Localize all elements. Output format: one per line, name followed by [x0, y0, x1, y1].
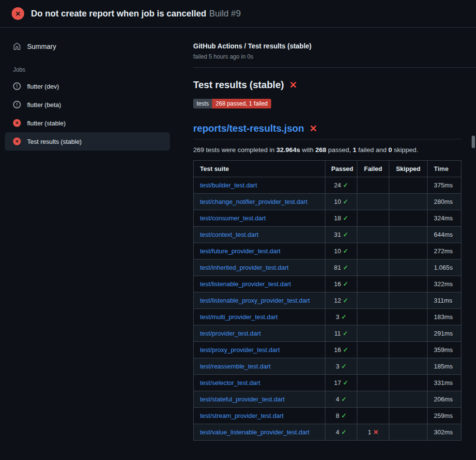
check-icon: ✓: [341, 396, 347, 403]
skipped-cell: [389, 375, 428, 391]
sidebar: Summary Jobs ! flutter (dev) ! flutter (…: [0, 28, 193, 151]
failed-cell: [357, 391, 389, 408]
test-suite-link[interactable]: test/multi_provider_test.dart: [200, 313, 277, 321]
page-header: ✕ Do not create report when job is cance…: [0, 0, 476, 28]
test-suite-cell: test/context_test.dart: [194, 227, 325, 243]
home-icon: [13, 43, 21, 50]
skipped-cell: [389, 260, 428, 276]
table-row: test/proxy_provider_test.dart16✓359ms: [194, 342, 461, 358]
report-title: reports/test-results.json ✕: [193, 123, 461, 139]
scrollbar-thumb[interactable]: [472, 136, 475, 148]
test-suite-link[interactable]: test/future_provider_test.dart: [200, 247, 280, 255]
summary-passed-count: 268: [315, 146, 326, 153]
time-cell: 185ms: [428, 358, 461, 375]
jobs-section-label: Jobs: [13, 66, 170, 73]
test-suite-link[interactable]: test/selector_test.dart: [200, 379, 260, 386]
skipped-cell: [389, 408, 428, 424]
test-suite-link[interactable]: test/stateful_provider_test.dart: [200, 396, 285, 403]
check-icon: ✓: [343, 247, 348, 255]
test-suite-link[interactable]: test/context_test.dart: [200, 231, 259, 238]
section-title: Test results (stable) ✕: [193, 79, 461, 91]
table-row: test/consumer_test.dart18✓324ms: [194, 210, 461, 227]
check-icon: ✓: [343, 280, 348, 288]
passed-cell: 3✓: [325, 309, 357, 325]
summary-text: failed and: [356, 146, 388, 153]
test-suite-link[interactable]: test/value_listenable_provider_test.dart: [200, 429, 309, 436]
skipped-cell: [389, 342, 428, 358]
time-cell: 359ms: [428, 342, 461, 358]
check-icon: ✓: [343, 379, 348, 386]
test-suite-link[interactable]: test/listenable_provider_test.dart: [200, 280, 291, 288]
test-suite-cell: test/stateful_provider_test.dart: [194, 391, 325, 408]
sidebar-item-flutter-beta[interactable]: ! flutter (beta): [5, 95, 170, 114]
passed-cell: 16✓: [325, 276, 357, 292]
skipped-cell: [389, 177, 428, 194]
failed-cell: [357, 177, 389, 194]
test-suite-link[interactable]: test/proxy_provider_test.dart: [200, 346, 280, 353]
test-suite-link[interactable]: test/listenable_proxy_provider_test.dart: [200, 297, 310, 304]
skipped-cell: [389, 243, 428, 260]
test-suite-link[interactable]: test/change_notifier_provider_test.dart: [200, 198, 307, 205]
table-row: test/builder_test.dart24✓375ms: [194, 177, 461, 194]
run-status-text: failed 5 hours ago in 0s: [193, 53, 461, 60]
test-suite-cell: test/provider_test.dart: [194, 325, 325, 342]
sidebar-item-flutter-dev[interactable]: ! flutter (dev): [5, 77, 170, 95]
summary-text: skipped.: [392, 146, 418, 153]
badge-label: tests: [193, 99, 212, 108]
failed-cell: [357, 309, 389, 325]
failed-cell: [357, 227, 389, 243]
time-cell: 375ms: [428, 177, 461, 194]
table-row: test/listenable_proxy_provider_test.dart…: [194, 292, 461, 309]
test-suite-cell: test/change_notifier_provider_test.dart: [194, 194, 325, 210]
time-cell: 644ms: [428, 227, 461, 243]
time-cell: 322ms: [428, 276, 461, 292]
test-suite-cell: test/stream_provider_test.dart: [194, 408, 325, 424]
sidebar-item-test-results-stable[interactable]: ✕ Test results (stable): [5, 132, 170, 151]
skipped-cell: [389, 194, 428, 210]
job-label: flutter (stable): [27, 120, 65, 127]
passed-cell: 24✓: [325, 177, 357, 194]
test-suite-link[interactable]: test/builder_test.dart: [200, 182, 257, 189]
test-suite-link[interactable]: test/provider_test.dart: [200, 330, 261, 337]
skipped-cell: [389, 292, 428, 309]
col-header-test-suite: Test suite: [194, 161, 325, 177]
table-row: test/change_notifier_provider_test.dart1…: [194, 194, 461, 210]
check-icon: ✓: [343, 198, 348, 205]
failed-cell: [357, 358, 389, 375]
test-suite-link[interactable]: test/stream_provider_test.dart: [200, 412, 284, 419]
check-icon: ✓: [343, 297, 348, 304]
time-cell: 206ms: [428, 391, 461, 408]
failed-x-icon: ✕: [309, 124, 317, 133]
passed-cell: 4✓: [325, 391, 357, 408]
passed-cell: 10✓: [325, 243, 357, 260]
summary-text: 269 tests were completed in: [193, 146, 276, 153]
summary-skipped-count: 0: [388, 146, 392, 153]
job-label: flutter (beta): [27, 101, 61, 108]
time-cell: 272ms: [428, 243, 461, 260]
sidebar-item-summary[interactable]: Summary: [5, 37, 170, 56]
tests-badge: tests 268 passed, 1 failed: [193, 99, 271, 108]
test-suite-cell: test/listenable_proxy_provider_test.dart: [194, 292, 325, 309]
table-row: test/listenable_provider_test.dart16✓322…: [194, 276, 461, 292]
passed-cell: 8✓: [325, 408, 357, 424]
test-suite-link[interactable]: test/inherited_provider_test.dart: [200, 264, 289, 271]
sidebar-summary-label: Summary: [27, 43, 56, 50]
test-suite-link[interactable]: test/reassemble_test.dart: [200, 363, 271, 370]
table-row: test/selector_test.dart17✓331ms: [194, 375, 461, 391]
summary-text: passed,: [326, 146, 353, 153]
failed-cell: [357, 243, 389, 260]
sidebar-item-flutter-stable[interactable]: ✕ flutter (stable): [5, 114, 170, 132]
table-row: test/provider_test.dart11✓291ms: [194, 325, 461, 342]
passed-cell: 12✓: [325, 292, 357, 309]
test-suite-cell: test/future_provider_test.dart: [194, 243, 325, 260]
main-content: GitHub Actions / Test results (stable) f…: [193, 28, 476, 441]
test-suite-link[interactable]: test/consumer_test.dart: [200, 215, 266, 222]
passed-cell: 17✓: [325, 375, 357, 391]
passed-cell: 11✓: [325, 325, 357, 342]
check-icon: ✓: [341, 412, 347, 419]
test-table-body: test/builder_test.dart24✓375mstest/chang…: [194, 177, 461, 441]
passed-cell: 81✓: [325, 260, 357, 276]
col-header-skipped: Skipped: [389, 161, 428, 177]
report-link[interactable]: reports/test-results.json: [193, 123, 304, 134]
col-header-passed: Passed: [325, 161, 357, 177]
